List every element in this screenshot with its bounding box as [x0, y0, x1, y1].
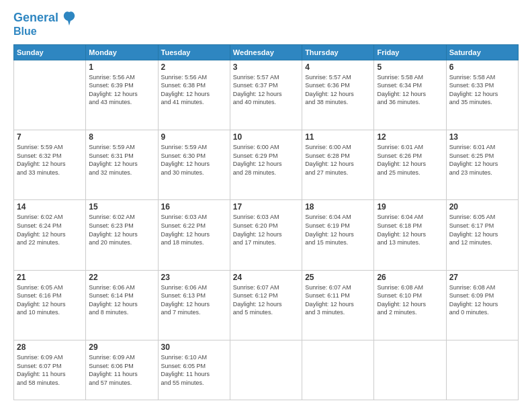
- calendar-cell: 12Sunrise: 6:01 AM Sunset: 6:26 PM Dayli…: [374, 130, 446, 199]
- day-info: Sunrise: 6:01 AM Sunset: 6:25 PM Dayligh…: [449, 143, 515, 177]
- day-number: 20: [449, 202, 515, 212]
- day-info: Sunrise: 6:05 AM Sunset: 6:16 PM Dayligh…: [17, 283, 83, 317]
- calendar-cell: [302, 340, 374, 400]
- day-info: Sunrise: 6:08 AM Sunset: 6:09 PM Dayligh…: [449, 283, 515, 317]
- day-number: 28: [17, 342, 83, 352]
- day-info: Sunrise: 6:10 AM Sunset: 6:05 PM Dayligh…: [161, 353, 227, 387]
- day-info: Sunrise: 6:06 AM Sunset: 6:13 PM Dayligh…: [161, 283, 227, 317]
- calendar-cell: 9Sunrise: 5:59 AM Sunset: 6:30 PM Daylig…: [158, 130, 230, 199]
- day-number: 13: [449, 132, 515, 142]
- day-info: Sunrise: 5:59 AM Sunset: 6:31 PM Dayligh…: [89, 143, 154, 177]
- day-info: Sunrise: 6:09 AM Sunset: 6:06 PM Dayligh…: [89, 353, 154, 387]
- weekday-header-wednesday: Wednesday: [230, 44, 302, 60]
- calendar-cell: 16Sunrise: 6:03 AM Sunset: 6:22 PM Dayli…: [158, 200, 230, 270]
- day-number: 4: [305, 62, 371, 72]
- calendar-cell: 28Sunrise: 6:09 AM Sunset: 6:07 PM Dayli…: [14, 340, 86, 400]
- calendar-cell: 22Sunrise: 6:06 AM Sunset: 6:14 PM Dayli…: [86, 270, 158, 340]
- day-number: 11: [305, 132, 371, 142]
- day-info: Sunrise: 5:57 AM Sunset: 6:37 PM Dayligh…: [233, 73, 299, 107]
- day-info: Sunrise: 6:04 AM Sunset: 6:18 PM Dayligh…: [377, 213, 443, 246]
- calendar-week-row: 21Sunrise: 6:05 AM Sunset: 6:16 PM Dayli…: [14, 270, 519, 340]
- day-info: Sunrise: 5:57 AM Sunset: 6:36 PM Dayligh…: [305, 73, 371, 107]
- calendar-cell: 30Sunrise: 6:10 AM Sunset: 6:05 PM Dayli…: [158, 340, 230, 400]
- day-info: Sunrise: 6:07 AM Sunset: 6:11 PM Dayligh…: [305, 283, 371, 317]
- calendar-cell: 27Sunrise: 6:08 AM Sunset: 6:09 PM Dayli…: [446, 270, 518, 340]
- calendar-cell: 21Sunrise: 6:05 AM Sunset: 6:16 PM Dayli…: [14, 270, 86, 340]
- calendar-cell: 26Sunrise: 6:08 AM Sunset: 6:10 PM Dayli…: [374, 270, 446, 340]
- calendar-week-row: 14Sunrise: 6:02 AM Sunset: 6:24 PM Dayli…: [14, 200, 519, 270]
- calendar-cell: 6Sunrise: 5:58 AM Sunset: 6:33 PM Daylig…: [446, 60, 518, 130]
- weekday-header-thursday: Thursday: [302, 44, 374, 60]
- weekday-header-row: SundayMondayTuesdayWednesdayThursdayFrid…: [14, 44, 519, 60]
- calendar-cell: 15Sunrise: 6:02 AM Sunset: 6:23 PM Dayli…: [86, 200, 158, 270]
- logo-line2: Blue: [13, 26, 75, 38]
- weekday-header-monday: Monday: [86, 44, 158, 60]
- day-info: Sunrise: 6:09 AM Sunset: 6:07 PM Dayligh…: [17, 353, 83, 387]
- logo-text: General: [13, 11, 75, 26]
- day-number: 29: [89, 342, 154, 352]
- weekday-header-tuesday: Tuesday: [158, 44, 230, 60]
- day-number: 21: [17, 273, 83, 282]
- calendar-cell: 11Sunrise: 6:00 AM Sunset: 6:28 PM Dayli…: [302, 130, 374, 199]
- calendar-cell: 19Sunrise: 6:04 AM Sunset: 6:18 PM Dayli…: [374, 200, 446, 270]
- day-number: 18: [305, 202, 371, 212]
- calendar-week-row: 28Sunrise: 6:09 AM Sunset: 6:07 PM Dayli…: [14, 340, 519, 400]
- day-number: 7: [17, 132, 83, 142]
- day-info: Sunrise: 6:02 AM Sunset: 6:24 PM Dayligh…: [17, 213, 83, 246]
- day-info: Sunrise: 6:07 AM Sunset: 6:12 PM Dayligh…: [233, 283, 299, 317]
- calendar-cell: 18Sunrise: 6:04 AM Sunset: 6:19 PM Dayli…: [302, 200, 374, 270]
- day-number: 5: [377, 62, 443, 72]
- calendar-week-row: 1Sunrise: 5:56 AM Sunset: 6:39 PM Daylig…: [14, 60, 519, 130]
- logo: General Blue: [13, 11, 75, 38]
- day-info: Sunrise: 6:08 AM Sunset: 6:10 PM Dayligh…: [377, 283, 443, 317]
- day-number: 19: [377, 202, 443, 212]
- day-number: 14: [17, 202, 83, 212]
- day-number: 27: [449, 273, 515, 282]
- day-info: Sunrise: 6:02 AM Sunset: 6:23 PM Dayligh…: [89, 213, 154, 246]
- weekday-header-sunday: Sunday: [14, 44, 86, 60]
- day-number: 22: [89, 273, 154, 282]
- calendar-cell: [374, 340, 446, 400]
- day-number: 24: [233, 273, 299, 282]
- day-number: 8: [89, 132, 154, 142]
- calendar-cell: 10Sunrise: 6:00 AM Sunset: 6:29 PM Dayli…: [230, 130, 302, 199]
- calendar-cell: 20Sunrise: 6:05 AM Sunset: 6:17 PM Dayli…: [446, 200, 518, 270]
- day-number: 15: [89, 202, 154, 212]
- day-number: 16: [161, 202, 227, 212]
- calendar-cell: 29Sunrise: 6:09 AM Sunset: 6:06 PM Dayli…: [86, 340, 158, 400]
- calendar-cell: 3Sunrise: 5:57 AM Sunset: 6:37 PM Daylig…: [230, 60, 302, 130]
- day-info: Sunrise: 6:04 AM Sunset: 6:19 PM Dayligh…: [305, 213, 371, 246]
- day-info: Sunrise: 5:58 AM Sunset: 6:34 PM Dayligh…: [377, 73, 443, 107]
- calendar-cell: [446, 340, 518, 400]
- day-info: Sunrise: 6:05 AM Sunset: 6:17 PM Dayligh…: [449, 213, 515, 246]
- calendar-cell: 4Sunrise: 5:57 AM Sunset: 6:36 PM Daylig…: [302, 60, 374, 130]
- day-info: Sunrise: 6:03 AM Sunset: 6:22 PM Dayligh…: [161, 213, 227, 246]
- calendar-cell: 23Sunrise: 6:06 AM Sunset: 6:13 PM Dayli…: [158, 270, 230, 340]
- day-info: Sunrise: 6:01 AM Sunset: 6:26 PM Dayligh…: [377, 143, 443, 177]
- calendar-cell: 24Sunrise: 6:07 AM Sunset: 6:12 PM Dayli…: [230, 270, 302, 340]
- calendar-table: SundayMondayTuesdayWednesdayThursdayFrid…: [13, 44, 519, 400]
- day-number: 1: [89, 62, 154, 72]
- day-info: Sunrise: 6:00 AM Sunset: 6:29 PM Dayligh…: [233, 143, 299, 177]
- weekday-header-saturday: Saturday: [446, 44, 518, 60]
- day-info: Sunrise: 5:56 AM Sunset: 6:39 PM Dayligh…: [89, 73, 154, 107]
- calendar-cell: 5Sunrise: 5:58 AM Sunset: 6:34 PM Daylig…: [374, 60, 446, 130]
- day-number: 17: [233, 202, 299, 212]
- day-number: 3: [233, 62, 299, 72]
- calendar-week-row: 7Sunrise: 5:59 AM Sunset: 6:32 PM Daylig…: [14, 130, 519, 199]
- calendar-cell: 7Sunrise: 5:59 AM Sunset: 6:32 PM Daylig…: [14, 130, 86, 199]
- logo-bird-icon: [63, 11, 75, 26]
- day-info: Sunrise: 6:03 AM Sunset: 6:20 PM Dayligh…: [233, 213, 299, 246]
- weekday-header-friday: Friday: [374, 44, 446, 60]
- day-info: Sunrise: 6:06 AM Sunset: 6:14 PM Dayligh…: [89, 283, 154, 317]
- day-number: 9: [161, 132, 227, 142]
- calendar-cell: 17Sunrise: 6:03 AM Sunset: 6:20 PM Dayli…: [230, 200, 302, 270]
- day-number: 10: [233, 132, 299, 142]
- day-number: 30: [161, 342, 227, 352]
- day-number: 2: [161, 62, 227, 72]
- calendar-cell: 1Sunrise: 5:56 AM Sunset: 6:39 PM Daylig…: [86, 60, 158, 130]
- day-info: Sunrise: 5:59 AM Sunset: 6:30 PM Dayligh…: [161, 143, 227, 177]
- day-number: 25: [305, 273, 371, 282]
- day-number: 12: [377, 132, 443, 142]
- day-number: 23: [161, 273, 227, 282]
